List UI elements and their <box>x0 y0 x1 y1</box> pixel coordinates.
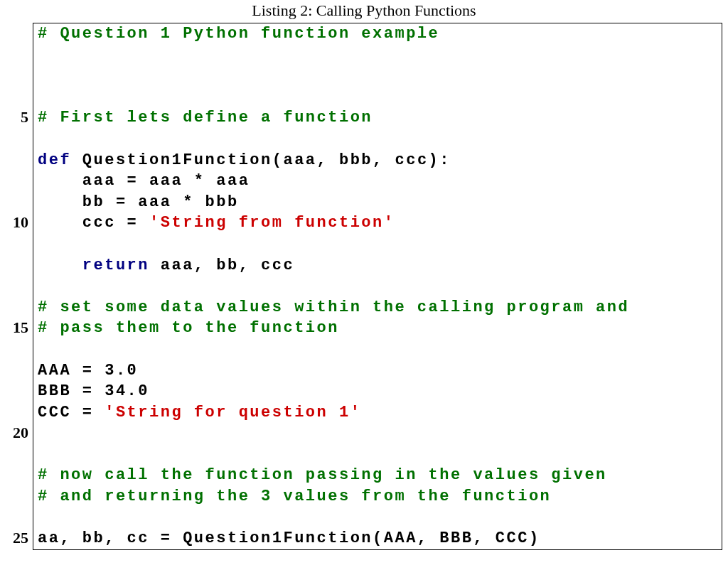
code-line <box>38 87 717 108</box>
line-number <box>6 254 28 276</box>
code-line: CCC = 'String for question 1' <box>38 402 717 424</box>
token-default <box>38 257 82 274</box>
code-line: def Question1Function(aaa, bbb, ccc): <box>38 150 717 171</box>
line-number <box>6 65 28 86</box>
line-number <box>6 191 28 213</box>
token-default: CCC = <box>38 404 105 421</box>
listing-wrapper: Listing 2: Calling Python Functions 5 10… <box>0 0 728 550</box>
code-line: bb = aaa * bbb <box>38 192 717 213</box>
line-number <box>6 485 28 507</box>
token-comment: # and returning the 3 values from the fu… <box>38 488 551 505</box>
code-line <box>38 276 717 297</box>
code-line: # set some data values within the callin… <box>38 297 717 318</box>
code-line: ccc = 'String from function' <box>38 213 717 234</box>
code-line: # and returning the 3 values from the fu… <box>38 486 717 507</box>
line-number <box>6 296 28 318</box>
line-number: 15 <box>6 317 28 338</box>
code-line: # now call the function passing in the v… <box>38 465 717 486</box>
code-line: # Question 1 Python function example <box>38 23 717 45</box>
code-area: # Question 1 Python function example # F… <box>33 23 722 550</box>
code-line: # pass them to the function <box>38 318 717 339</box>
code-line <box>38 234 717 255</box>
line-number <box>6 338 28 360</box>
code-line: return aaa, bb, ccc <box>38 255 717 276</box>
line-number <box>6 23 28 44</box>
line-number <box>6 170 28 191</box>
line-number <box>6 360 28 381</box>
token-default: Question1Function(aaa, bbb, ccc): <box>71 151 451 169</box>
code-line <box>38 45 717 66</box>
token-default: aaa, bb, ccc <box>149 257 294 274</box>
code-block: 5 10 15 20 25 # Question 1 Python functi… <box>6 23 722 550</box>
line-number <box>6 443 28 465</box>
token-keyword: return <box>82 257 149 274</box>
line-number <box>6 128 28 149</box>
line-number <box>6 402 28 423</box>
token-comment: # now call the function passing in the v… <box>38 466 607 484</box>
code-line: # First lets define a function <box>38 107 717 129</box>
code-line <box>38 507 717 529</box>
token-default: bb = aaa * bbb <box>38 193 239 211</box>
line-number: 20 <box>6 422 28 443</box>
code-line: aa, bb, cc = Question1Function(AAA, BBB,… <box>38 528 717 549</box>
line-number <box>6 149 28 171</box>
line-numbers-gutter: 5 10 15 20 25 <box>6 23 33 550</box>
line-number <box>6 275 28 296</box>
token-default: ccc = <box>38 214 149 232</box>
listing-caption: Listing 2: Calling Python Functions <box>0 1 728 20</box>
token-comment: # set some data values within the callin… <box>38 299 629 316</box>
line-number <box>6 380 28 402</box>
code-line <box>38 339 717 360</box>
token-string: 'String for question 1' <box>105 404 361 421</box>
token-comment: # First lets define a function <box>38 109 373 127</box>
token-default: BBB = 34.0 <box>38 382 149 400</box>
code-line <box>38 444 717 466</box>
token-comment: # Question 1 Python function example <box>38 25 439 43</box>
code-line <box>38 423 717 444</box>
line-number <box>6 507 28 528</box>
line-number: 25 <box>6 527 28 549</box>
line-number <box>6 86 28 107</box>
line-number <box>6 233 28 254</box>
token-keyword: def <box>38 151 71 169</box>
token-default: aaa = aaa * aaa <box>38 172 250 190</box>
line-number: 5 <box>6 107 28 128</box>
line-number <box>6 44 28 65</box>
code-line: AAA = 3.0 <box>38 360 717 382</box>
code-line: aaa = aaa * aaa <box>38 171 717 192</box>
line-number <box>6 464 28 485</box>
code-line <box>38 129 717 150</box>
line-number: 10 <box>6 212 28 233</box>
code-line: BBB = 34.0 <box>38 381 717 402</box>
token-comment: # pass them to the function <box>38 319 339 337</box>
code-line <box>38 65 717 87</box>
token-default: AAA = 3.0 <box>38 362 138 380</box>
token-string: 'String from function' <box>149 214 395 232</box>
token-default: aa, bb, cc = Question1Function(AAA, BBB,… <box>38 529 540 547</box>
